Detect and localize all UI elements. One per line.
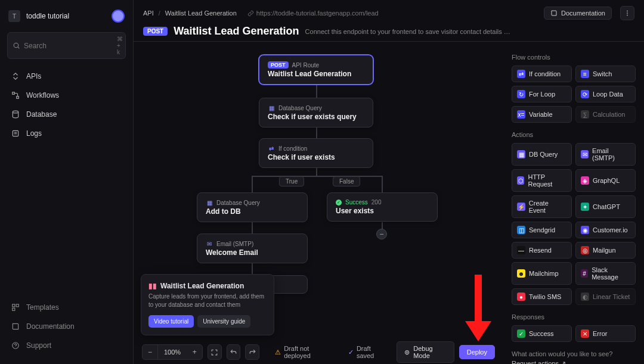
node-api-route[interactable]: POSTAPI Route Waitlist Lead Generation xyxy=(259,55,373,85)
database-icon: ▦ xyxy=(268,104,275,111)
avatar[interactable] xyxy=(112,10,125,23)
flow-canvas[interactable]: POSTAPI Route Waitlist Lead Generation ▦… xyxy=(134,42,503,364)
debug-mode-button[interactable]: ⊚Debug Mode xyxy=(397,341,454,363)
zoom-out-button[interactable]: − xyxy=(143,344,158,360)
tip-description: Capture leads from your frontend, add th… xyxy=(148,293,267,309)
add-node-handle[interactable]: − xyxy=(376,229,387,239)
pal-variable[interactable]: x=Variable xyxy=(512,106,572,123)
undo-button[interactable] xyxy=(227,344,241,360)
node-add-to-db[interactable]: ▦Database Query Add to DB xyxy=(197,192,308,222)
nav-database[interactable]: Database xyxy=(5,105,128,123)
pal-create-event[interactable]: ⚡Create Event xyxy=(512,195,572,218)
annotation-arrow xyxy=(462,271,495,343)
branch-false-label: False xyxy=(333,176,360,186)
nav-label: Workflows xyxy=(26,91,59,99)
palette-prompt: What action would you like to see? xyxy=(512,350,636,357)
documentation-button[interactable]: Documentation xyxy=(544,7,612,20)
pal-if-condition[interactable]: ⇄If condition xyxy=(512,66,572,82)
branch-icon: ⇄ xyxy=(517,70,525,78)
crumb-flow[interactable]: Waitlist Lead Generation xyxy=(165,10,237,17)
pal-calculation[interactable]: ∑Calculation xyxy=(575,106,636,123)
search-input-wrapper[interactable]: ⌘ + k xyxy=(7,32,126,59)
node-welcome-email[interactable]: ✉Email (SMTP) Welcome Email xyxy=(197,234,308,263)
graphql-icon: ◈ xyxy=(581,176,589,185)
svg-rect-10 xyxy=(13,308,15,310)
resend-icon: — xyxy=(517,246,525,254)
customerio-icon: ◉ xyxy=(581,226,589,234)
pal-twilio[interactable]: ●Twilio SMS xyxy=(512,288,572,305)
nav-workflows[interactable]: Workflows xyxy=(5,86,128,104)
svg-rect-3 xyxy=(17,97,19,99)
pal-success-response[interactable]: ✓Success xyxy=(512,325,572,342)
pal-switch[interactable]: ≡Switch xyxy=(575,66,636,82)
edge xyxy=(382,176,383,194)
templates-icon xyxy=(11,303,20,312)
deploy-button[interactable]: Deploy xyxy=(459,345,495,359)
linear-icon: ◐ xyxy=(581,293,589,301)
pal-http-request[interactable]: ⬡HTTP Request xyxy=(512,169,572,192)
workspace-switcher[interactable]: T toddle tutorial xyxy=(0,6,133,26)
redo-button[interactable] xyxy=(245,344,259,360)
crumb-api[interactable]: API xyxy=(143,10,154,17)
university-guide-button[interactable]: University guide xyxy=(197,315,250,328)
pal-linear[interactable]: ◐Linear Ticket xyxy=(575,288,636,305)
bottom-toolbar: − 100% + ⚠Draft not deployed ✓Draft save… xyxy=(134,340,503,364)
svg-point-12 xyxy=(627,11,628,12)
tutorial-tip-card: ▮▮Waitlist Lead Generation Capture leads… xyxy=(141,274,274,335)
warning-icon: ⚠ xyxy=(275,349,281,356)
pal-sendgrid[interactable]: ◫Sendgrid xyxy=(512,222,572,238)
pal-graphql[interactable]: ◈GraphQL xyxy=(575,169,636,192)
palette-section-head: Responses xyxy=(512,313,636,321)
endpoint-url[interactable]: https://toddle-tutorial.fastgenapp.com/l… xyxy=(247,10,379,17)
pal-loop-data[interactable]: ⟳Loop Data xyxy=(575,86,636,102)
more-button[interactable] xyxy=(620,6,634,20)
pal-customerio[interactable]: ◉Customer.io xyxy=(575,222,636,238)
svg-point-0 xyxy=(14,43,18,48)
svg-point-13 xyxy=(627,13,628,14)
loop-icon: ↻ xyxy=(517,90,525,98)
node-user-exists[interactable]: ✓Success200 User exists xyxy=(327,192,438,222)
fit-view-button[interactable] xyxy=(208,344,222,360)
nav-logs[interactable]: Logs xyxy=(5,125,128,142)
pal-chatgpt[interactable]: ✦ChatGPT xyxy=(575,195,636,218)
svg-rect-2 xyxy=(13,92,15,95)
action-palette: Flow controls ⇄If condition ≡Switch ↻For… xyxy=(503,42,644,364)
http-icon: ⬡ xyxy=(517,176,524,185)
svg-point-14 xyxy=(627,15,628,16)
pal-db-query[interactable]: ▦DB Query xyxy=(512,143,572,166)
bug-icon: ⊚ xyxy=(404,349,410,356)
mail-icon: ✉ xyxy=(206,240,213,247)
nav-label: Logs xyxy=(26,129,42,138)
pal-mailgun[interactable]: ◎Mailgun xyxy=(575,242,636,259)
pal-mailchimp[interactable]: ☻Mailchimp xyxy=(512,262,572,285)
search-input[interactable] xyxy=(24,42,113,50)
twilio-icon: ● xyxy=(517,293,525,301)
variable-icon: x= xyxy=(517,110,525,119)
video-tutorial-button[interactable]: Video tutorial xyxy=(148,315,194,328)
node-if-condition[interactable]: ⇄If condition Check if user exists xyxy=(259,138,373,168)
pal-slack[interactable]: #Slack Message xyxy=(575,262,636,285)
palette-section-head: Actions xyxy=(512,131,636,138)
nav-documentation[interactable]: Documentation xyxy=(5,318,128,335)
breadcrumb: API / Waitlist Lead Generation https://t… xyxy=(143,6,634,20)
mailchimp-icon: ☻ xyxy=(517,269,525,278)
zoom-controls: − 100% + xyxy=(142,344,203,360)
success-icon: ✓ xyxy=(336,200,342,206)
draft-not-deployed-status: ⚠Draft not deployed xyxy=(269,345,338,359)
nav-templates[interactable]: Templates xyxy=(5,298,128,316)
pal-for-loop[interactable]: ↻For Loop xyxy=(512,86,572,102)
pal-email-smtp[interactable]: ✉Email (SMTP) xyxy=(575,143,636,166)
request-actions-link[interactable]: Request actions ↗ xyxy=(512,360,566,364)
node-db-query-check[interactable]: ▦Database Query Check if user exists que… xyxy=(259,98,373,127)
branch-true-label: True xyxy=(279,176,304,186)
pal-error-response[interactable]: ✕Error xyxy=(575,325,636,342)
database-icon: ▦ xyxy=(206,199,213,206)
nav-apis[interactable]: APIs xyxy=(5,67,128,85)
pal-resend[interactable]: —Resend xyxy=(512,242,572,259)
zoom-in-button[interactable]: + xyxy=(187,344,202,360)
zoom-value: 100% xyxy=(158,349,187,356)
nav-support[interactable]: Support xyxy=(5,337,128,354)
slack-icon: # xyxy=(581,269,588,278)
calc-icon: ∑ xyxy=(581,110,589,119)
mailgun-icon: ◎ xyxy=(581,246,589,254)
